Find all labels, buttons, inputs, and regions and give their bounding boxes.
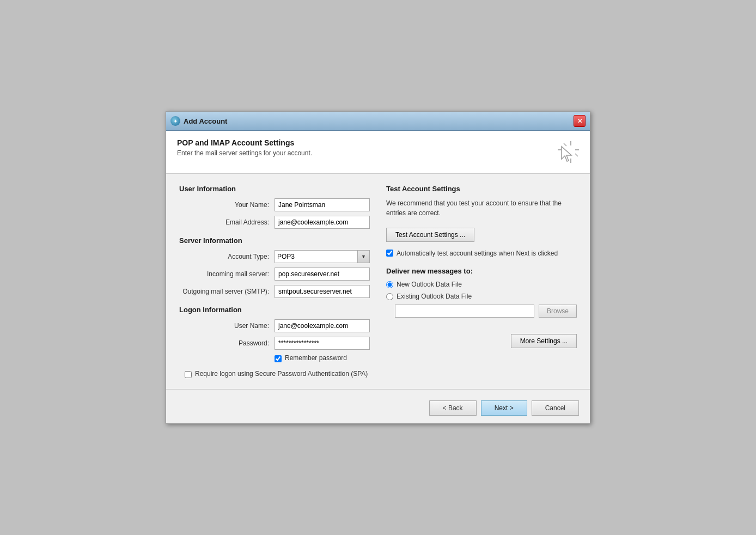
auto-test-label: Automatically test account settings when… (397, 248, 558, 258)
svg-line-5 (575, 154, 578, 156)
remember-password-label: Remember password (285, 354, 347, 362)
account-type-select[interactable]: POP3 IMAP (275, 250, 358, 263)
incoming-server-input[interactable] (275, 268, 370, 281)
account-type-row: Account Type: POP3 IMAP ▼ (179, 250, 370, 263)
existing-file-path-input[interactable] (395, 305, 534, 318)
header-section: POP and IMAP Account Settings Enter the … (166, 131, 590, 174)
browse-button[interactable]: Browse (539, 305, 577, 318)
existing-data-file-radio[interactable] (386, 293, 393, 300)
email-address-label: Email Address: (179, 218, 275, 226)
account-type-label: Account Type: (179, 253, 275, 260)
password-row: Password: (179, 337, 370, 350)
window-title: Add Account (184, 117, 227, 125)
auto-test-row: Automatically test account settings when… (386, 248, 577, 258)
new-data-file-label: New Outlook Data File (397, 281, 462, 288)
new-data-file-row: New Outlook Data File (386, 281, 577, 288)
svg-marker-6 (562, 147, 571, 161)
right-panel: Test Account Settings We recommend that … (386, 185, 577, 378)
account-type-select-wrapper: POP3 IMAP ▼ (275, 250, 370, 263)
logon-information-title: Logon Information (179, 306, 370, 314)
spa-label: Require logon using Secure Password Auth… (195, 370, 368, 378)
existing-data-file-label: Existing Outlook Data File (397, 293, 472, 300)
close-button[interactable]: ✕ (574, 115, 586, 127)
header-title: POP and IMAP Account Settings (177, 138, 312, 147)
your-name-label: Your Name: (179, 201, 275, 209)
auto-test-checkbox[interactable] (386, 250, 393, 257)
next-button[interactable]: Next > (481, 400, 527, 416)
test-account-title: Test Account Settings (386, 185, 577, 193)
outgoing-server-input[interactable] (275, 285, 370, 298)
existing-data-file-row: Existing Outlook Data File (386, 293, 577, 300)
username-input[interactable] (275, 319, 370, 332)
deliver-title: Deliver new messages to: (386, 267, 577, 275)
test-account-description: We recommend that you test your account … (386, 198, 577, 218)
svg-line-4 (564, 143, 566, 146)
cancel-button[interactable]: Cancel (532, 400, 579, 416)
username-label: User Name: (179, 322, 275, 330)
title-bar-left: ✦ Add Account (170, 116, 227, 126)
back-button[interactable]: < Back (429, 400, 477, 416)
your-name-input[interactable] (275, 198, 370, 211)
more-settings-row: More Settings ... (386, 334, 577, 348)
user-information-title: User Information (179, 185, 370, 193)
outgoing-server-row: Outgoing mail server (SMTP): (179, 285, 370, 298)
header-subtitle: Enter the mail server settings for your … (177, 149, 312, 157)
outgoing-server-label: Outgoing mail server (SMTP): (179, 288, 275, 295)
email-address-row: Email Address: (179, 216, 370, 229)
footer-separator (166, 389, 590, 390)
remember-password-row: Remember password (179, 354, 370, 362)
email-address-input[interactable] (275, 216, 370, 229)
server-information-title: Server Information (179, 236, 370, 245)
remember-password-checkbox[interactable] (275, 355, 282, 362)
spa-checkbox[interactable] (185, 371, 192, 378)
password-label: Password: (179, 339, 275, 347)
left-panel: User Information Your Name: Email Addres… (179, 185, 370, 378)
select-dropdown-arrow: ▼ (358, 250, 370, 263)
username-row: User Name: (179, 319, 370, 332)
title-bar: ✦ Add Account ✕ (166, 112, 590, 131)
test-account-settings-button[interactable]: Test Account Settings ... (386, 228, 474, 242)
browse-row: Browse (386, 305, 577, 318)
incoming-server-label: Incoming mail server: (179, 270, 275, 278)
spa-row: Require logon using Secure Password Auth… (179, 370, 370, 378)
new-data-file-radio[interactable] (386, 281, 393, 288)
password-input[interactable] (275, 337, 370, 350)
incoming-server-row: Incoming mail server: (179, 268, 370, 281)
header-text: POP and IMAP Account Settings Enter the … (177, 138, 312, 157)
add-account-window: ✦ Add Account ✕ POP and IMAP Account Set… (166, 111, 590, 424)
body-content: User Information Your Name: Email Addres… (166, 174, 590, 389)
footer: < Back Next > Cancel (166, 396, 590, 423)
your-name-row: Your Name: (179, 198, 370, 211)
more-settings-button[interactable]: More Settings ... (511, 334, 577, 348)
window-icon: ✦ (170, 116, 180, 126)
cursor-icon (552, 138, 579, 166)
